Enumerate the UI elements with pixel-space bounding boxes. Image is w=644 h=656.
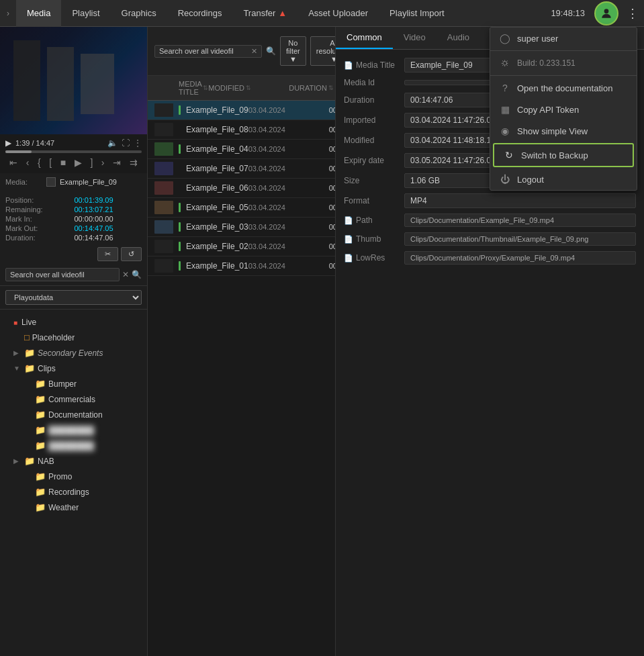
tree-item-secondary-events[interactable]: ▶ 📁 Secondary Events (0, 345, 147, 361)
skip-back-button[interactable]: ⇤ (9, 157, 17, 168)
player-more-button[interactable]: ⋮ (134, 138, 142, 148)
clock-display: 19:48:13 (544, 8, 592, 18)
menu-backup-label: Switch to Backup (521, 150, 588, 160)
eye-icon: ◉ (500, 126, 510, 136)
media-duration: 00:14:47.06 (329, 106, 335, 114)
table-row[interactable]: Example_File_08 03.04.2024 00:12:14.04 ▲… (148, 120, 335, 140)
mark-in-label: Mark In: (5, 215, 73, 223)
tree-item-blurred2[interactable]: 📁 ████████ (0, 438, 147, 453)
prev-frame-button[interactable]: ‹ (26, 157, 30, 168)
tree-item-promo[interactable]: 📁 Promo (0, 469, 147, 484)
nav-collapse-btn[interactable]: › (0, 9, 16, 18)
nav-item-media[interactable]: Media (16, 0, 61, 27)
tree-item-commercials[interactable]: 📁 Commercials (0, 391, 147, 407)
left-panel: ▶ 1:39 / 14:47 🔈 ⛶ ⋮ ⇤ ‹ { [ ■ ▶ ] › (0, 27, 148, 656)
media-date: 03.04.2024 (248, 242, 329, 250)
nav-item-playlist-import[interactable]: Playlist Import (379, 0, 455, 27)
menu-logout-label: Logout (517, 175, 544, 185)
time-display: 1:39 / 14:47 (15, 139, 54, 147)
mark-in-button[interactable]: { (38, 157, 41, 168)
user-avatar-button[interactable] (594, 1, 618, 26)
menu-item-copy-token[interactable]: ▦ Copy API Token (490, 99, 637, 120)
menu-docs-label: Open the documentation (517, 83, 612, 93)
menu-item-simple-view[interactable]: ◉ Show simple View (490, 120, 637, 142)
tree-item-live[interactable]: ■ Live (0, 315, 147, 330)
nav-item-recordings[interactable]: Recordings (167, 0, 233, 27)
mark-out-button[interactable]: ] (90, 157, 93, 168)
meta-field-row: 📄Path Clips/Documentation/Example_File_0… (344, 214, 636, 227)
table-row[interactable]: Example_File_05 03.04.2024 00:00:10.10 ⊙… (148, 198, 335, 218)
table-row[interactable]: Example_File_09 03.04.2024 00:14:47.06 ⊙… (148, 101, 335, 120)
media-date: 03.04.2024 (248, 106, 329, 114)
media-label: Media: (5, 178, 42, 186)
player-time-bar: ▶ 1:39 / 14:47 🔈 ⛶ ⋮ (5, 137, 142, 149)
tree-item-documentation[interactable]: 📁 Documentation (0, 407, 147, 422)
playout-dropdown[interactable]: Playoutdata (5, 290, 142, 305)
tab-common[interactable]: Common (336, 27, 393, 49)
media-filename: Example_File_06 (179, 183, 248, 193)
tree-item-label: NAB (38, 457, 54, 466)
nav-more-button[interactable]: ⋮ (621, 6, 644, 21)
table-row[interactable]: Example_File_02 03.04.2024 00:02:26.00 ⊙… (148, 237, 335, 256)
tab-audio[interactable]: Audio (436, 27, 480, 49)
tree-item-placeholder[interactable]: □ Placeholder (0, 330, 147, 345)
tree-search-clear[interactable]: ✕ (122, 270, 129, 279)
skip-forward-button[interactable]: ⇥ (113, 157, 121, 168)
expand-icon[interactable]: ▶ (13, 457, 21, 465)
table-row[interactable]: Example_File_07 03.04.2024 00:00:10.10 ▲… (148, 159, 335, 179)
media-search-input[interactable] (159, 47, 251, 55)
tab-video[interactable]: Video (393, 27, 436, 49)
nav-item-playlist[interactable]: Playlist (61, 0, 110, 27)
nav-item-asset-uploader[interactable]: Asset Uploader (297, 0, 379, 27)
table-row[interactable]: Example_File_04 03.04.2024 00:10:34.13 ⊙… (148, 140, 335, 159)
duration-label: Duration: (5, 234, 73, 242)
tree-item-blurred1[interactable]: 📁 ████████ (0, 422, 147, 438)
play-button[interactable]: ▶ (5, 138, 11, 148)
cut-button[interactable]: [ (49, 157, 52, 168)
stop-button[interactable]: ■ (60, 157, 66, 168)
transfer-alert-icon: ▲ (278, 8, 287, 18)
go-end-button[interactable]: ⇉ (130, 157, 138, 168)
folder-icon: 📁 (35, 471, 46, 481)
folder-icon: 📁 (24, 456, 35, 466)
tree-item-recordings[interactable]: 📁 Recordings (0, 484, 147, 500)
volume-button[interactable]: 🔈 (107, 138, 118, 148)
tree-search-input[interactable] (5, 268, 120, 281)
tree-item-weather[interactable]: 📁 Weather (0, 500, 147, 515)
table-search-icon[interactable]: 🔍 (266, 46, 276, 56)
field-label: Media Id (344, 78, 404, 87)
col-media-title[interactable]: MEDIA TITLE ⇅ (179, 80, 208, 96)
play-small-button[interactable]: ▶ (75, 157, 82, 168)
tree-item-label: Clips (38, 364, 56, 373)
cut-action-button[interactable]: ✂ (97, 247, 118, 261)
expand-icon[interactable]: ▶ (13, 349, 21, 357)
menu-item-switch-backup[interactable]: ↻ Switch to Backup (493, 143, 634, 167)
tree-search-icon[interactable]: 🔍 (132, 270, 142, 279)
fullscreen-button[interactable]: ⛶ (122, 138, 130, 148)
cut-buttons: ✂ ↺ (0, 244, 147, 264)
col-modified[interactable]: MODIFIED ⇅ (208, 84, 289, 92)
user-icon (600, 7, 613, 20)
nav-item-graphics[interactable]: Graphics (111, 0, 167, 27)
table-row[interactable]: Example_File_01 03.04.2024 00:01:30.00 ⊙… (148, 256, 335, 276)
tree-item-bumper[interactable]: 📁 Bumper (0, 376, 147, 391)
menu-item-logout[interactable]: ⏻ Logout (490, 169, 637, 190)
next-frame-button[interactable]: › (101, 157, 105, 168)
col-duration[interactable]: DURATION ⇅ (289, 84, 335, 92)
collapse-icon[interactable]: ▼ (13, 365, 21, 372)
reset-button[interactable]: ↺ (121, 247, 142, 261)
playout-selector[interactable]: Playoutdata (0, 286, 147, 310)
table-row[interactable]: Example_File_06 03.04.2024 00:00:10.18 ▲… (148, 179, 335, 198)
menu-item-docs[interactable]: ? Open the documentation (490, 77, 637, 99)
progress-bar[interactable] (5, 150, 142, 153)
search-clear-button[interactable]: ✕ (251, 47, 257, 56)
tree-item-nab[interactable]: ▶ 📁 NAB (0, 453, 147, 469)
tree-item-clips[interactable]: ▼ 📁 Clips (0, 361, 147, 376)
media-thumbnail (154, 220, 173, 234)
resolution-dropdown-button[interactable]: All resolutions ▼ (310, 36, 335, 66)
nav-item-transfer[interactable]: Transfer ▲ (232, 0, 297, 27)
filter-dropdown-button[interactable]: No filter ▼ (280, 36, 306, 66)
table-row[interactable]: Example_File_03 03.04.2024 00:02:30.01 ⊙… (148, 218, 335, 237)
media-date: 03.04.2024 (248, 145, 329, 153)
sort-icon: ⇅ (203, 85, 208, 91)
